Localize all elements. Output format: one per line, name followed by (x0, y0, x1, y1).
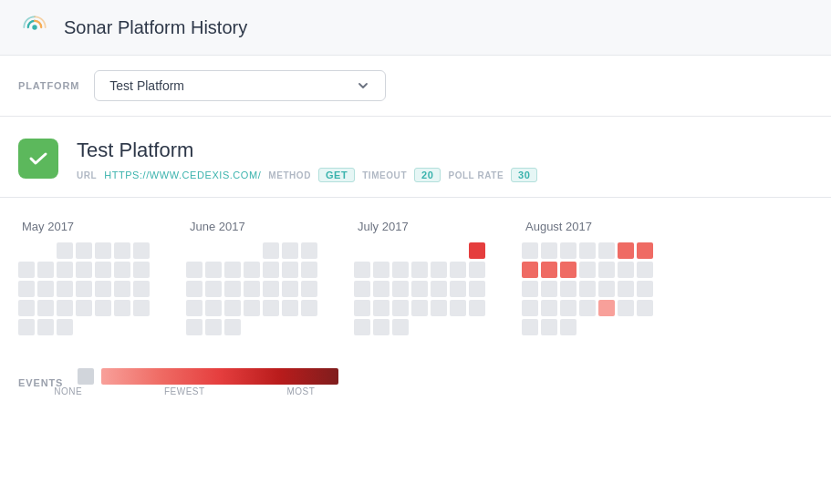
calendar-cell (301, 262, 317, 278)
calendar-cell (205, 262, 222, 278)
calendars-section: May 2017June 2017July 2017August 2017 (0, 198, 831, 354)
platform-meta-row: URL HTTPS://WWW.CEDEXIS.COM/ METHOD GET … (77, 168, 537, 182)
calendar-cell (541, 242, 557, 259)
calendar-cell (282, 262, 298, 278)
calendar-cell (133, 262, 150, 278)
calendar-cell (637, 281, 653, 297)
calendar-cell (37, 242, 54, 259)
calendar-cell (18, 319, 35, 335)
calendar-cell (57, 281, 73, 297)
calendar-cell (522, 300, 538, 316)
calendar-cell (392, 281, 409, 297)
calendar-0: May 2017 (18, 220, 150, 335)
calendar-cell (637, 319, 653, 335)
calendar-cell (637, 300, 653, 316)
calendar-cell (541, 319, 557, 335)
calendar-cell (431, 281, 447, 297)
calendar-cell (114, 319, 130, 335)
calendar-cell (244, 319, 260, 335)
calendar-cell (450, 281, 466, 297)
calendar-cell (263, 300, 279, 316)
calendar-cell (133, 319, 150, 335)
calendar-cell (76, 242, 92, 259)
calendar-cell (301, 300, 317, 316)
calendar-cell (411, 242, 428, 259)
calendar-cell (392, 262, 409, 278)
calendar-cell (95, 281, 111, 297)
calendar-cell (57, 262, 73, 278)
platform-info: Test Platform URL HTTPS://WWW.CEDEXIS.CO… (77, 139, 537, 182)
calendar-cell (205, 300, 222, 316)
calendar-cell (224, 242, 241, 259)
calendar-cell (618, 242, 634, 259)
calendar-month-label-1: June 2017 (190, 220, 245, 233)
calendar-cell (224, 262, 241, 278)
calendar-cell (469, 300, 485, 316)
calendar-cell (598, 300, 615, 316)
calendar-cell (114, 281, 130, 297)
calendar-cell (598, 242, 615, 259)
platform-detail: Test Platform URL HTTPS://WWW.CEDEXIS.CO… (0, 117, 831, 198)
calendar-cell (560, 262, 577, 278)
calendar-cell (598, 262, 615, 278)
calendar-cell (186, 281, 203, 297)
platform-selector-label: PLATFORM (18, 80, 79, 91)
legend-none-box (78, 368, 94, 385)
calendar-2: July 2017 (354, 220, 485, 335)
calendar-cell (263, 281, 279, 297)
url-label: URL (77, 170, 97, 180)
legend-gradient (101, 368, 338, 385)
calendars-grid: May 2017June 2017July 2017August 2017 (18, 220, 813, 335)
platform-name: Test Platform (77, 139, 537, 162)
calendar-cell (114, 262, 130, 278)
calendar-cell (469, 281, 485, 297)
calendar-cell (431, 319, 447, 335)
calendar-cell (560, 242, 577, 259)
calendar-cell (244, 262, 260, 278)
platform-url[interactable]: HTTPS://WWW.CEDEXIS.COM/ (104, 170, 261, 180)
calendar-cell (469, 262, 485, 278)
calendar-1: June 2017 (186, 220, 317, 335)
calendar-month-label-3: August 2017 (525, 220, 592, 233)
calendar-cell (373, 319, 390, 335)
calendar-cell (186, 300, 203, 316)
timeout-label: TIMEOUT (362, 170, 407, 180)
calendar-cell (637, 262, 653, 278)
calendar-cell (579, 262, 596, 278)
calendar-cell (373, 262, 390, 278)
calendar-cell (186, 262, 203, 278)
legend-top (78, 368, 338, 385)
calendar-grid-3 (522, 242, 653, 335)
calendar-cell (411, 300, 428, 316)
calendar-cell (282, 319, 298, 335)
calendar-cell (186, 242, 203, 259)
calendar-cell (411, 262, 428, 278)
calendar-cell (450, 319, 466, 335)
calendar-cell (18, 300, 35, 316)
calendar-cell (373, 281, 390, 297)
calendar-cell (541, 281, 557, 297)
calendar-cell (579, 242, 596, 259)
legend-fewest-label: FEWEST (164, 386, 205, 396)
calendar-cell (354, 262, 370, 278)
calendar-month-label-0: May 2017 (22, 220, 74, 233)
calendar-cell (618, 281, 634, 297)
calendar-cell (469, 319, 485, 335)
calendar-cell (133, 300, 150, 316)
calendar-cell (205, 281, 222, 297)
platform-dropdown[interactable]: Test Platform (94, 70, 386, 101)
calendar-cell (18, 262, 35, 278)
calendar-cell (392, 319, 409, 335)
legend-most-label: MOST (286, 386, 315, 396)
calendar-cell (522, 281, 538, 297)
calendar-cell (522, 242, 538, 259)
calendar-cell (411, 281, 428, 297)
calendar-cell (76, 319, 92, 335)
calendar-cell (133, 281, 150, 297)
calendar-cell (57, 242, 73, 259)
calendar-cell (522, 262, 538, 278)
poll-rate-label: POLL RATE (448, 170, 504, 180)
calendar-cell (244, 242, 260, 259)
calendar-cell (95, 300, 111, 316)
calendar-cell (431, 300, 447, 316)
